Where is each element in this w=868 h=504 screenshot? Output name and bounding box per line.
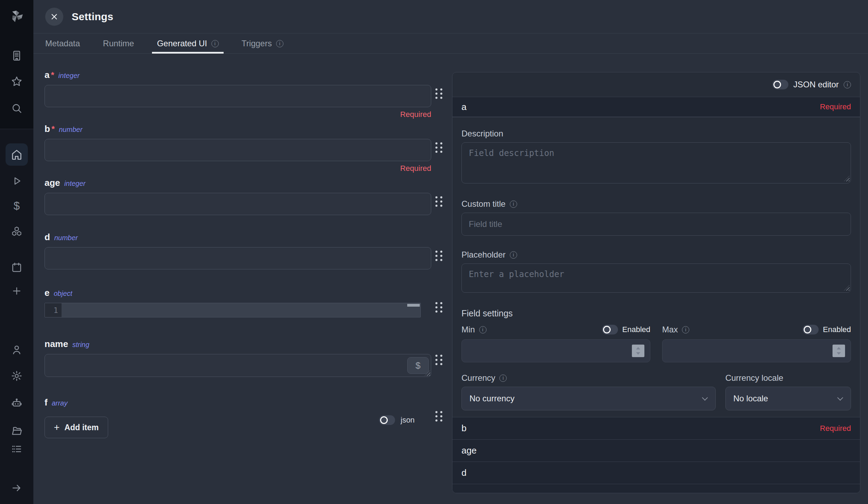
min-column: Min Enabled (461, 324, 650, 362)
info-icon[interactable] (276, 40, 283, 47)
close-button[interactable] (45, 8, 63, 26)
home-icon (10, 148, 23, 161)
building-icon[interactable] (11, 50, 23, 62)
inspector-row-age[interactable]: age (452, 439, 860, 462)
gear-icon[interactable] (11, 370, 23, 382)
inspector-row-b[interactable]: b Required (452, 417, 860, 439)
required-note: Required (45, 164, 431, 173)
field-type: integer (58, 72, 80, 80)
drag-handle-b[interactable] (435, 142, 442, 153)
info-icon[interactable] (211, 40, 219, 47)
field-name: name string $ (45, 339, 431, 377)
currency-locale-select[interactable]: No locale (725, 387, 851, 410)
dollar-icon[interactable]: $ (14, 199, 20, 212)
tab-generated-ui[interactable]: Generated UI (152, 34, 223, 53)
line-number: 1 (45, 303, 62, 317)
drag-handle-age[interactable] (435, 196, 442, 207)
info-icon[interactable] (479, 326, 487, 333)
chevron-down-icon (702, 395, 708, 401)
info-icon[interactable] (510, 251, 517, 259)
list-icon[interactable] (11, 443, 23, 455)
min-max-row: Min Enabled Max (461, 324, 851, 362)
field-label: name string (45, 339, 431, 351)
inspector-row-d[interactable]: d (452, 462, 860, 484)
row-name: a (461, 102, 466, 112)
tab-label: Generated UI (157, 39, 207, 48)
json-toggle[interactable] (379, 415, 395, 425)
info-icon[interactable] (682, 326, 689, 333)
drag-handle-e[interactable] (435, 302, 442, 313)
tab-metadata[interactable]: Metadata (40, 34, 85, 53)
scrollbar-thumb[interactable] (407, 304, 420, 307)
required-asterisk: * (51, 70, 54, 80)
field-name-textarea[interactable]: $ (45, 354, 431, 377)
user-icon[interactable] (11, 344, 23, 356)
drag-handle-a[interactable] (435, 88, 442, 99)
currency-locale-value: No locale (733, 394, 768, 403)
field-d-input[interactable] (45, 247, 431, 269)
field-type: array (52, 399, 68, 407)
calendar-icon[interactable] (11, 261, 23, 273)
drag-handle-f[interactable] (435, 411, 442, 422)
custom-title-input[interactable] (461, 213, 851, 236)
currency-label: Currency (461, 373, 495, 383)
folder-icon[interactable] (11, 425, 23, 437)
info-icon[interactable] (844, 81, 851, 88)
field-label: b * number (45, 124, 431, 136)
main-content: a * integer Required b * number Required… (33, 54, 868, 504)
min-label: Min (461, 324, 475, 335)
row-name: age (461, 445, 476, 456)
field-a-input[interactable] (45, 85, 431, 107)
info-icon[interactable] (510, 200, 517, 208)
tab-runtime[interactable]: Runtime (98, 34, 139, 53)
placeholder-textarea[interactable] (461, 263, 851, 293)
tab-label: Triggers (242, 39, 272, 48)
field-age-input[interactable] (45, 193, 431, 215)
field-b-input[interactable] (45, 139, 431, 161)
inspector-row-partial[interactable] (452, 484, 860, 493)
field-name: f (45, 397, 48, 408)
json-editor-toggle[interactable] (772, 80, 788, 89)
field-type: string (72, 341, 89, 349)
field-label: e object (45, 288, 431, 300)
custom-title-label-row: Custom title (461, 199, 851, 209)
windmill-logo-icon[interactable] (9, 8, 24, 24)
plus-icon: + (54, 422, 59, 433)
field-label: d number (45, 232, 431, 244)
robot-icon[interactable] (11, 397, 23, 409)
currency-column: Currency No currency (461, 373, 716, 410)
tab-bar: Metadata Runtime Generated UI Triggers (33, 34, 868, 54)
max-enabled-toggle[interactable] (803, 325, 819, 334)
drag-handle-d[interactable] (435, 251, 442, 261)
min-enabled-toggle[interactable] (602, 325, 618, 334)
close-icon (50, 12, 59, 21)
field-type: object (54, 290, 72, 298)
field-e-json-editor[interactable]: 1 (45, 303, 421, 317)
star-icon[interactable] (11, 76, 23, 87)
play-icon[interactable] (11, 175, 23, 187)
field-type: integer (64, 180, 86, 188)
add-item-button[interactable]: + Add item (45, 417, 108, 438)
search-icon[interactable] (11, 102, 23, 114)
max-label: Max (662, 324, 678, 335)
toggle-knob (603, 326, 611, 333)
inspector-row-a[interactable]: a Required (452, 97, 860, 117)
min-number-input[interactable] (461, 339, 650, 362)
tab-triggers[interactable]: Triggers (237, 34, 288, 53)
max-number-input[interactable] (662, 339, 851, 362)
plus-icon[interactable] (11, 285, 22, 297)
required-badge: Required (820, 424, 851, 433)
cubes-icon[interactable] (11, 226, 23, 237)
currency-select[interactable]: No currency (461, 387, 716, 410)
arrow-right-icon[interactable] (11, 482, 23, 494)
variable-picker-button[interactable]: $ (407, 357, 429, 374)
json-toggle-label: json (401, 416, 415, 425)
drag-handle-name[interactable] (435, 355, 442, 365)
description-textarea[interactable] (461, 142, 851, 183)
dollar-glyph: $ (416, 360, 420, 371)
sidebar-item-home[interactable] (6, 143, 28, 166)
info-icon[interactable] (499, 375, 507, 382)
chevron-down-icon (837, 395, 843, 401)
number-stepper[interactable] (833, 345, 845, 357)
number-stepper[interactable] (632, 345, 644, 357)
